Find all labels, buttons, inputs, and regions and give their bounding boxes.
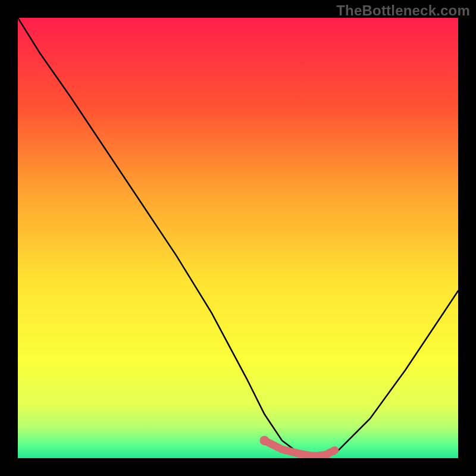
optimal-range-dot: [259, 436, 269, 445]
chart-container: TheBottleneck.com: [0, 0, 476, 476]
chart-background: [18, 18, 458, 458]
watermark-text: TheBottleneck.com: [336, 2, 470, 19]
bottleneck-chart: [18, 18, 458, 458]
